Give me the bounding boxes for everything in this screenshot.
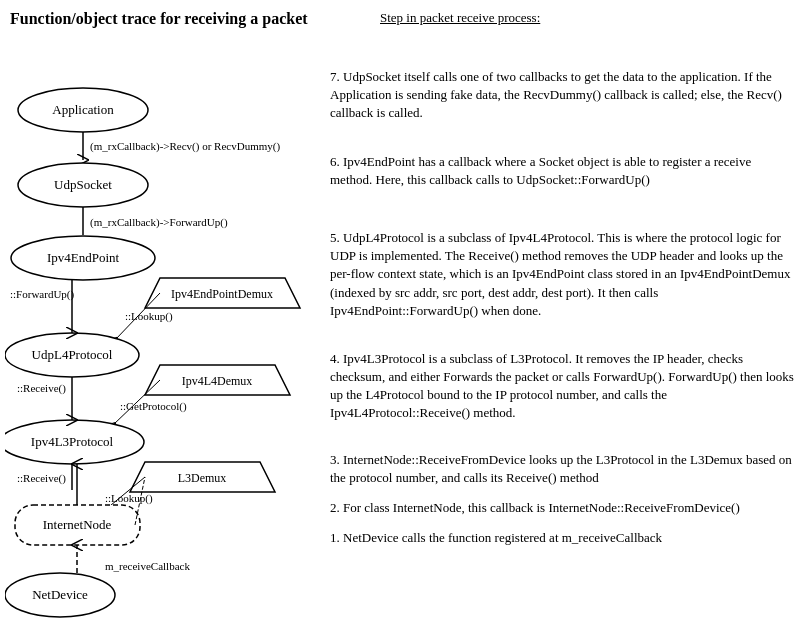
udpsocket-label: UdpSocket [54, 177, 112, 192]
descriptions: 7. UdpSocket itself calls one of two cal… [330, 30, 795, 559]
desc-1-number: 1. [330, 530, 340, 545]
lookup-label-2: ::Lookup() [105, 492, 153, 505]
receive-label-2: ::Receive() [17, 472, 66, 485]
desc-1-text: NetDevice calls the function registered … [343, 530, 662, 545]
desc-item-5: 5. UdpL4Protocol is a subclass of Ipv4L4… [330, 229, 795, 320]
page: Function/object trace for receiving a pa… [0, 0, 806, 625]
desc-4-text: Ipv4L3Protocol is a subclass of L3Protoc… [330, 351, 794, 421]
desc-5-number: 5. [330, 230, 340, 245]
ipv4endpoint-label: Ipv4EndPoint [47, 250, 120, 265]
desc-item-3: 3. InternetNode::ReceiveFromDevice looks… [330, 451, 795, 487]
desc-6-text: Ipv4EndPoint has a callback where a Sock… [330, 154, 751, 187]
l3demux-label: L3Demux [178, 471, 227, 485]
desc-7-number: 7. [330, 69, 340, 84]
desc-7-text: UdpSocket itself calls one of two callba… [330, 69, 782, 120]
application-label: Application [52, 102, 114, 117]
diagram: Application (m_rxCallback)->Recv() or Re… [5, 30, 325, 620]
receive-callback-label: m_receiveCallback [105, 560, 190, 572]
lookup-label-1: ::Lookup() [125, 310, 173, 323]
desc-item-6: 6. Ipv4EndPoint has a callback where a S… [330, 153, 795, 189]
callback-label-1: (m_rxCallback)->Recv() or RecvDummy() [90, 140, 280, 153]
desc-5-text: UdpL4Protocol is a subclass of Ipv4L4Pro… [330, 230, 790, 318]
ipv4endpointdemux-label: Ipv4EndPointDemux [171, 287, 273, 301]
udpl4protocol-label: UdpL4Protocol [32, 347, 113, 362]
step-title: Step in packet receive process: [380, 10, 540, 26]
desc-6-number: 6. [330, 154, 340, 169]
desc-2-text: For class InternetNode, this callback is… [343, 500, 740, 515]
netdevice-label: NetDevice [32, 587, 88, 602]
forwardup-label: ::ForwardUp() [10, 288, 74, 301]
desc-item-4: 4. Ipv4L3Protocol is a subclass of L3Pro… [330, 350, 795, 423]
ipv4l3protocol-label: Ipv4L3Protocol [31, 434, 114, 449]
desc-item-7: 7. UdpSocket itself calls one of two cal… [330, 68, 795, 123]
desc-3-text: InternetNode::ReceiveFromDevice looks up… [330, 452, 792, 485]
receive-label-1: ::Receive() [17, 382, 66, 395]
desc-4-number: 4. [330, 351, 340, 366]
ipv4l4demux-label: Ipv4L4Demux [182, 374, 253, 388]
desc-3-number: 3. [330, 452, 340, 467]
getprotocol-label: ::GetProtocol() [120, 400, 187, 413]
internetnode-label: InternetNode [43, 517, 112, 532]
desc-item-2: 2. For class InternetNode, this callback… [330, 499, 795, 517]
desc-2-number: 2. [330, 500, 340, 515]
desc-item-1: 1. NetDevice calls the function register… [330, 529, 795, 547]
main-title: Function/object trace for receiving a pa… [10, 10, 308, 28]
callback-label-2: (m_rxCallback)->ForwardUp() [90, 216, 228, 229]
